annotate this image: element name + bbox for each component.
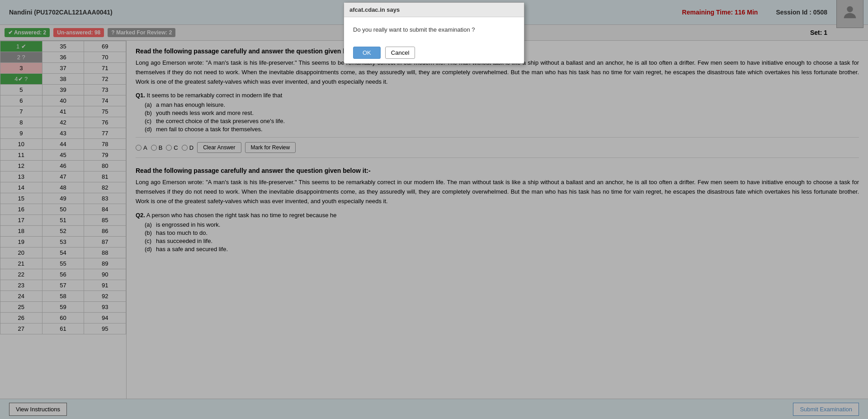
modal-ok-button[interactable]: OK xyxy=(353,47,381,59)
modal-body: Do you really want to submit the examina… xyxy=(344,17,524,42)
modal-title: afcat.cdac.in says xyxy=(349,6,400,13)
modal-overlay: afcat.cdac.in says Do you really want to… xyxy=(0,0,868,419)
modal-header: afcat.cdac.in says xyxy=(344,3,524,17)
modal-dialog: afcat.cdac.in says Do you really want to… xyxy=(344,2,524,64)
modal-cancel-button[interactable]: Cancel xyxy=(385,47,415,59)
modal-message: Do you really want to submit the examina… xyxy=(353,26,475,33)
modal-footer: OK Cancel xyxy=(344,42,524,63)
